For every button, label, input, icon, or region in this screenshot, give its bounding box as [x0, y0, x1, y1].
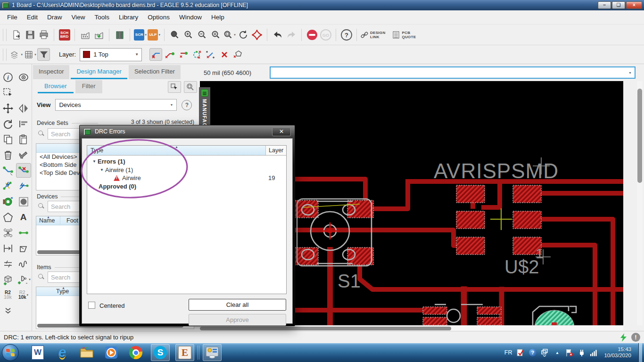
zoom-exact-button[interactable]	[209, 28, 222, 41]
print-button[interactable]	[37, 28, 50, 41]
drc-error-tree[interactable]: Type ▲ Layer ▼ Errors (1) ▼ Airwire (1)	[87, 145, 287, 294]
route-airwire-icon[interactable]	[0, 163, 16, 178]
ripup-segment-button[interactable]	[163, 48, 176, 61]
taskbar-media-player-icon[interactable]	[102, 344, 121, 361]
taskbar-eagle-icon[interactable]: E	[175, 344, 194, 361]
menu-draw[interactable]: Draw	[43, 12, 66, 23]
tab-design-manager[interactable]: Design Manager	[71, 65, 127, 79]
power-plug-icon[interactable]	[578, 349, 586, 357]
cam-processor-button[interactable]	[79, 28, 91, 41]
run-script-button[interactable]: SCR▾	[134, 28, 147, 41]
tab-browser[interactable]: Browser	[38, 80, 74, 93]
help-button[interactable]: ?	[340, 28, 353, 41]
start-button[interactable]	[2, 344, 19, 361]
tree-row-approved[interactable]: Approved (0)	[87, 182, 286, 191]
menu-options[interactable]: Options	[143, 12, 174, 23]
scrollbar-thumb[interactable]	[637, 89, 642, 183]
taskbar-chrome-icon[interactable]	[126, 344, 145, 361]
show-hidden-icons[interactable]: ▲	[553, 349, 561, 357]
menu-tools[interactable]: Tools	[91, 12, 114, 23]
dimension-icon[interactable]	[0, 241, 16, 255]
menu-edit[interactable]: Edit	[23, 12, 42, 23]
save-button[interactable]	[24, 28, 36, 41]
taskbar-ie-icon[interactable]: e	[53, 344, 72, 361]
show-desktop-button[interactable]	[638, 343, 642, 362]
move-icon[interactable]	[0, 101, 16, 115]
tab-filter[interactable]: Filter	[75, 80, 102, 93]
tree-row-airwire-group[interactable]: ▼ Airwire (1)	[87, 166, 286, 174]
menu-file[interactable]: File	[3, 12, 22, 23]
ripup-airwire-icon[interactable]	[16, 163, 31, 178]
menu-view[interactable]: View	[67, 12, 90, 23]
ripup-region-button[interactable]	[231, 48, 244, 61]
ripup-vias-button[interactable]	[190, 48, 203, 61]
group-select-icon[interactable]	[0, 85, 16, 100]
alert-icon[interactable]: !	[631, 333, 640, 342]
name-tool[interactable]: R210k	[0, 288, 16, 302]
copy-icon[interactable]	[0, 132, 16, 147]
design-link-button[interactable]: DESIGNLINK	[361, 28, 385, 41]
schematic-board-toggle-button[interactable]: SCH BRD	[58, 28, 71, 41]
split-wire-icon[interactable]	[0, 179, 16, 193]
scrollbar-thumb[interactable]	[200, 327, 451, 330]
cam-output-button[interactable]	[92, 28, 105, 41]
more-tools-chevron[interactable]	[0, 303, 16, 318]
ripup-tool-button[interactable]	[149, 48, 162, 61]
menu-window[interactable]: Window	[175, 12, 206, 23]
column-header-type[interactable]: Type ▲	[87, 146, 266, 155]
centered-checkbox[interactable]	[88, 302, 95, 309]
command-combobox[interactable]: ▼	[270, 66, 636, 79]
ripup-signal-button[interactable]	[177, 48, 190, 61]
clock[interactable]: 15:43 10/03/2020	[604, 346, 631, 359]
diff-pair-icon[interactable]	[0, 256, 16, 271]
taskbar-explorer-icon[interactable]	[77, 344, 96, 361]
tree-expand-icon[interactable]: ▼	[99, 168, 105, 172]
window-restore-icon[interactable]	[541, 349, 549, 357]
taskbar-display-settings-icon[interactable]	[203, 344, 222, 361]
show-icon[interactable]	[16, 70, 31, 84]
meander-icon[interactable]	[16, 256, 31, 271]
zoom-in-button[interactable]	[182, 28, 195, 41]
clear-all-button[interactable]: Clear all	[189, 299, 286, 311]
redo-button[interactable]	[285, 28, 297, 41]
network-signal-icon[interactable]	[590, 349, 598, 357]
minimize-button[interactable]: –	[598, 1, 611, 9]
menu-help[interactable]: Help	[207, 12, 229, 23]
tab-inspector[interactable]: Inspector	[33, 65, 69, 79]
add-gate-icon[interactable]: ▾	[16, 272, 31, 287]
autorouter-bolt-icon[interactable]	[619, 333, 627, 342]
paste-icon[interactable]	[16, 132, 31, 147]
zoom-redraw-button[interactable]	[237, 28, 249, 41]
rotate-icon[interactable]	[0, 116, 16, 131]
menu-library[interactable]: Library	[115, 12, 142, 23]
layer-combobox[interactable]: 1 Top ▼	[80, 48, 142, 61]
value-tool[interactable]: R210k▾	[16, 288, 31, 302]
zoom-to-selection-button[interactable]	[184, 81, 197, 93]
open-document-button[interactable]	[10, 28, 23, 41]
zoom-fit-button[interactable]	[168, 28, 181, 41]
text-icon[interactable]: A	[16, 210, 31, 224]
align-icon[interactable]	[16, 116, 31, 131]
selection-filter-button[interactable]	[37, 48, 50, 61]
library-manager-button[interactable]	[113, 28, 126, 41]
stop-command-button[interactable]	[305, 28, 318, 41]
stop-script-button[interactable]	[250, 28, 263, 41]
dialog-titlebar[interactable]: DRC Errors ✕	[80, 125, 295, 138]
view-combobox[interactable]: Devices ▼	[55, 99, 177, 111]
undo-button[interactable]	[271, 28, 284, 41]
column-header-footprint[interactable]: Foot	[66, 217, 78, 224]
tree-row-errors[interactable]: ▼ Errors (1)	[87, 157, 286, 166]
layer-settings-button[interactable]: ▾	[10, 48, 23, 61]
mirror-icon[interactable]	[16, 101, 31, 115]
info-icon[interactable]: i	[0, 70, 16, 84]
add-part-icon[interactable]	[0, 272, 16, 287]
polygon-cutout-icon[interactable]	[16, 241, 31, 255]
pad-icon[interactable]	[16, 194, 31, 209]
taskbar-word-icon[interactable]: W	[28, 344, 47, 361]
highlight-selection-button[interactable]	[168, 81, 181, 93]
tree-expand-icon[interactable]: ▼	[91, 159, 98, 164]
dialog-close-button[interactable]: ✕	[272, 127, 291, 136]
ratsnest-icon[interactable]	[0, 225, 16, 240]
help-tray-icon[interactable]: ?	[528, 349, 537, 357]
zoom-out-button[interactable]	[196, 28, 208, 41]
